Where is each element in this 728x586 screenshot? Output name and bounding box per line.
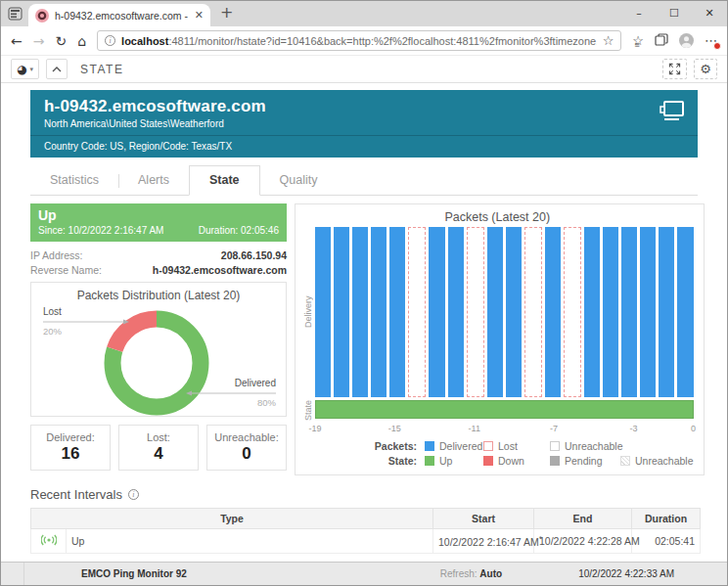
gear-icon: ⚙: [700, 62, 711, 76]
favorites-icon[interactable]: ☆≡: [632, 34, 644, 47]
app-toolbar: ◕ ▾ STATE ⚙: [1, 56, 727, 83]
minimize-button[interactable]: –: [621, 1, 657, 25]
tab-state[interactable]: State: [189, 165, 260, 196]
packets-chart-panel: Packets (Latest 20) Delivery State -19-1…: [295, 203, 705, 475]
donut-chart: [31, 283, 286, 418]
banner-divider: [30, 135, 698, 136]
bar-delivered: [487, 227, 503, 397]
unreachable-state-swatch: [620, 456, 630, 466]
status-state: Up: [38, 207, 279, 223]
bar-delivered: [677, 227, 693, 397]
legend-row-packets: Packets: Delivered Lost Unreachable: [301, 440, 694, 452]
url-text[interactable]: localhost:4811/monitor/hstate?id=10416&b…: [121, 35, 597, 47]
x-tick: -7: [550, 424, 558, 433]
tab-quality[interactable]: Quality: [260, 166, 338, 195]
pending-swatch: [550, 456, 560, 466]
status-card: Up Since: 10/2/2022 2:16:47 AM Duration:…: [30, 203, 287, 242]
down-swatch: [483, 456, 493, 466]
info-icon[interactable]: i: [128, 489, 139, 500]
x-tick: -19: [308, 424, 321, 433]
info-value: 208.66.150.94: [221, 249, 287, 261]
back-icon[interactable]: ←: [11, 34, 23, 48]
home-icon[interactable]: ⌂: [77, 34, 86, 48]
browser-titlebar: h-09432.emcosoftware.com - Q ✕ + – ☐ ✕: [1, 1, 727, 26]
view-label: STATE: [80, 63, 123, 76]
tab-close-icon[interactable]: ✕: [195, 9, 204, 22]
collections-icon[interactable]: [655, 33, 668, 49]
chevron-up-icon: [52, 67, 62, 72]
bar-delivered: [389, 227, 405, 397]
bar-chart-title: Packets (Latest 20): [301, 210, 694, 224]
profile-avatar[interactable]: [679, 33, 694, 48]
stat-box-lost: Lost: 4: [118, 425, 199, 471]
current-timestamp: 10/2/2022 4:22:33 AM: [578, 568, 674, 579]
interval-end: 10/2/2022 4:22:28 AM: [534, 529, 632, 554]
info-value: h-09432.emcosoftware.com: [153, 264, 287, 276]
host-info-row: IP Address: 208.66.150.94: [30, 249, 287, 261]
stat-label: Delivered:: [33, 431, 108, 443]
chart-type-button[interactable]: ◕ ▾: [11, 59, 39, 79]
add-favorite-icon[interactable]: ☆: [603, 34, 614, 47]
tab-statistics[interactable]: Statistics: [30, 166, 118, 195]
fullscreen-icon: [668, 63, 681, 75]
host-details: Country Code: US, Region/Code: Texas/TX: [44, 141, 684, 152]
stat-boxes: Delivered: 16 Lost: 4 Unreachable: 0: [30, 425, 287, 471]
app-name: EMCO Ping Monitor 92: [81, 568, 187, 579]
host-device-icon: [659, 99, 686, 128]
y-axis-label-delivery: Delivery: [301, 227, 315, 397]
donut-pct-lost: 20%: [43, 326, 62, 337]
bar-delivered: [315, 227, 331, 397]
url-host: localhost: [121, 35, 168, 47]
column-start[interactable]: Start: [433, 509, 534, 529]
donut-pct-delivered: 80%: [257, 397, 276, 408]
bars: [315, 227, 694, 397]
intervals-table: Type Start End Duration Up 10/2/2022 2:1…: [30, 508, 701, 554]
page-content: h-09432.emcosoftware.com North America\U…: [1, 83, 727, 562]
fullscreen-button[interactable]: [662, 59, 687, 79]
bar-delivered: [603, 227, 618, 397]
legend-item-pending: Pending: [550, 455, 620, 467]
maximize-button[interactable]: ☐: [657, 1, 692, 25]
column-type[interactable]: Type: [31, 509, 433, 529]
x-axis: -19-15-11-7-30: [315, 424, 694, 435]
status-duration: Duration: 02:05:46: [199, 225, 279, 236]
lost-swatch: [483, 441, 493, 451]
browser-menu-icon[interactable]: ⋯: [705, 34, 717, 47]
table-header-row: Type Start End Duration: [31, 509, 701, 529]
host-banner: h-09432.emcosoftware.com North America\U…: [30, 90, 698, 158]
close-button[interactable]: ✕: [692, 1, 727, 25]
tab-actions-menu-icon[interactable]: [8, 7, 23, 21]
footer-divider: [1, 563, 24, 585]
address-bar[interactable]: i localhost:4811/monitor/hstate?id=10416…: [97, 30, 621, 51]
legend-label: State:: [301, 455, 417, 467]
new-tab-button[interactable]: +: [220, 3, 233, 22]
tabs: Statistics Alerts State Quality: [30, 165, 698, 196]
stat-label: Lost:: [121, 431, 196, 443]
refresh-icon[interactable]: ↻: [55, 34, 67, 48]
host-info: IP Address: 208.66.150.94 Reverse Name: …: [30, 249, 287, 276]
tab-alerts[interactable]: Alerts: [118, 166, 189, 195]
page-info-icon[interactable]: i: [105, 35, 115, 46]
bar-delivered: [621, 227, 637, 397]
column-end[interactable]: End: [534, 509, 632, 529]
packets-distribution-panel: Packets Distribution (Latest 20) Lost 20…: [30, 282, 287, 417]
forward-icon: →: [33, 34, 45, 48]
bar-lost: [524, 227, 542, 397]
bar-delivered: [334, 227, 349, 397]
donut-label-lost: Lost: [43, 306, 62, 317]
state-strip: [315, 400, 694, 419]
refresh-status[interactable]: Refresh: Auto: [440, 568, 502, 579]
left-column: Up Since: 10/2/2022 2:16:47 AM Duration:…: [30, 203, 287, 471]
browser-tab[interactable]: h-09432.emcosoftware.com - Q ✕: [28, 4, 210, 26]
recent-intervals-title: Recent Intervals: [30, 487, 122, 502]
bar-delivered: [640, 227, 656, 397]
settings-button[interactable]: ⚙: [694, 59, 717, 79]
table-row[interactable]: Up 10/2/2022 2:16:47 AM* 10/2/2022 4:22:…: [31, 529, 701, 554]
x-tick: -11: [469, 424, 480, 433]
collapse-button[interactable]: [46, 59, 68, 79]
bar-delivered: [429, 227, 444, 397]
y-axis-label-state: State: [301, 400, 315, 421]
column-duration[interactable]: Duration: [632, 509, 701, 529]
host-location: North America\United States\Weatherford: [44, 118, 684, 129]
legend-item-unreachable-packet: Unreachable: [550, 440, 623, 452]
